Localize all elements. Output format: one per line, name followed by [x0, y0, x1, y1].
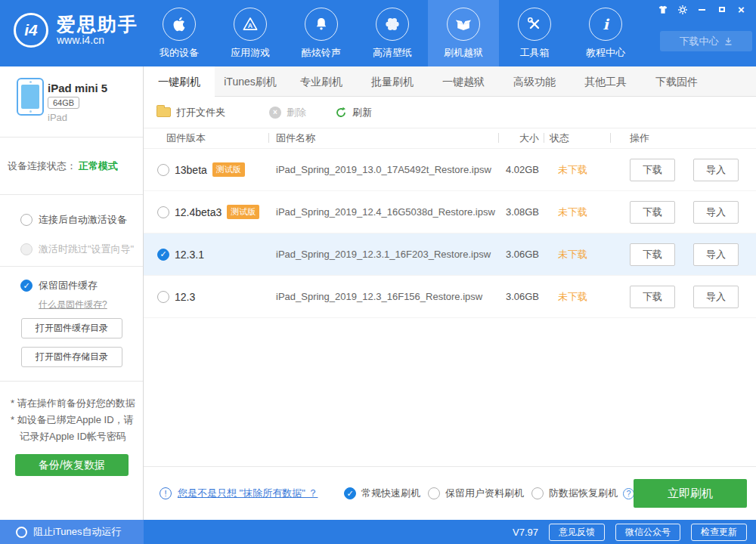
download-center-button[interactable]: 下载中心	[660, 31, 752, 51]
import-button[interactable]: 导入	[693, 201, 739, 224]
activation-options-section: 连接后自动激活设备 激活时跳过"设置向导"	[0, 195, 143, 267]
column-divider	[268, 133, 269, 143]
firmware-row[interactable]: 13beta 测试版 iPad_Spring_2019_13.0_17A5492…	[144, 149, 756, 191]
wechat-button[interactable]: 微信公众号	[615, 524, 680, 541]
connection-label: 设备连接状态：	[8, 159, 76, 173]
col-size: 大小	[498, 131, 544, 145]
mode-secure-radio[interactable]	[531, 487, 544, 499]
beta-badge: 测试版	[212, 162, 245, 177]
firmware-select-radio[interactable]	[157, 164, 169, 176]
refresh-button[interactable]: 刷新	[335, 106, 372, 119]
feedback-button[interactable]: 意见反馈	[549, 524, 605, 541]
tab-other-tools[interactable]: 其他工具	[570, 66, 641, 97]
col-firmware-version: 固件版本	[144, 131, 268, 145]
firmware-row[interactable]: 12.4beta3 测试版 iPad_Spring_2019_12.4_16G5…	[144, 191, 756, 233]
firmware-status: 未下载	[544, 206, 610, 219]
minimize-button[interactable]	[696, 4, 708, 15]
open-folder-button[interactable]: 打开文件夹	[156, 106, 225, 119]
backup-restore-button[interactable]: 备份/恢复数据	[15, 454, 129, 476]
close-button[interactable]: ×	[736, 4, 747, 15]
nav-wallpapers[interactable]: 高清壁纸	[357, 0, 428, 66]
firmware-select-radio[interactable]	[157, 206, 169, 218]
check-update-button[interactable]: 检查更新	[691, 524, 747, 541]
firmware-cache-section: 保留固件缓存 什么是固件缓存? 打开固件缓存目录 打开固件存储目录	[0, 267, 143, 382]
firmware-status: 未下载	[544, 248, 610, 261]
download-button[interactable]: 下载	[630, 159, 675, 181]
nav-label: 高清壁纸	[373, 46, 412, 60]
delete-button[interactable]: × 删除	[269, 106, 306, 119]
app-header: i4 爱思助手 www.i4.cn 我的设备 A 应用游戏 酷炫铃声	[0, 0, 756, 66]
tab-itunes-flash[interactable]: iTunes刷机	[215, 66, 286, 97]
mode-fast-flash[interactable]: 常规快速刷机	[344, 487, 420, 500]
download-button[interactable]: 下载	[630, 243, 675, 266]
firmware-toolbar: 打开文件夹 × 删除 刷新	[144, 97, 756, 128]
maximize-button[interactable]	[716, 4, 727, 15]
tab-one-click-jailbreak[interactable]: 一键越狱	[428, 66, 499, 97]
flash-mode-options: 常规快速刷机 保留用户资料刷机 防数据恢复刷机 ?	[344, 487, 634, 500]
firmware-name: iPad_Spring_2019_12.4_16G5038d_Restore.i…	[268, 206, 498, 218]
device-capacity-badge: 64GB	[48, 97, 79, 109]
download-button[interactable]: 下载	[630, 201, 675, 224]
nav-ringtones[interactable]: 酷炫铃声	[286, 0, 357, 66]
what-is-cache-link[interactable]: 什么是固件缓存?	[39, 298, 107, 311]
nav-toolbox[interactable]: 工具箱	[499, 0, 570, 66]
skin-theme-icon[interactable]	[657, 4, 668, 15]
appstore-icon: A	[234, 8, 267, 41]
tab-pro-flash[interactable]: 专业刷机	[286, 66, 357, 97]
import-button[interactable]: 导入	[693, 286, 739, 308]
import-button[interactable]: 导入	[693, 243, 739, 266]
nav-apps-games[interactable]: A 应用游戏	[215, 0, 286, 66]
connection-status: 正常模式	[79, 159, 118, 173]
auto-activate-option[interactable]: 连接后自动激活设备	[20, 213, 143, 227]
backup-note-3: 记录好Apple ID帐号密码	[20, 430, 126, 444]
auto-activate-radio[interactable]	[20, 214, 33, 226]
skip-wizard-label: 激活时跳过"设置向导"	[39, 243, 134, 256]
main-panel: 一键刷机 iTunes刷机 专业刷机 批量刷机 一键越狱 高级功能 其他工具 下…	[144, 66, 756, 520]
backup-note-2: * 如设备已绑定Apple ID，请	[11, 413, 134, 427]
firmware-table-header: 固件版本 固件名称 大小 状态 操作	[144, 128, 756, 149]
tab-download-firmware[interactable]: 下载固件	[641, 66, 712, 97]
app-logo: i4 爱思助手 www.i4.cn	[14, 13, 138, 48]
block-itunes-radio[interactable]	[16, 527, 27, 538]
firmware-row[interactable]: 12.3 iPad_Spring_2019_12.3_16F156_Restor…	[144, 276, 756, 318]
mode-secure-label: 防数据恢复刷机	[549, 487, 618, 500]
mode-anti-recovery-flash[interactable]: 防数据恢复刷机	[531, 487, 618, 500]
mode-keep-data-flash[interactable]: 保留用户资料刷机	[428, 487, 524, 500]
keep-cache-checkbox[interactable]	[20, 280, 33, 292]
help-icon[interactable]: ?	[623, 488, 634, 499]
nav-tutorials[interactable]: i 教程中心	[570, 0, 641, 66]
block-itunes-toggle[interactable]: 阻止iTunes自动运行	[0, 520, 144, 544]
flash-now-button[interactable]: 立即刷机	[634, 479, 747, 508]
keep-cache-option[interactable]: 保留固件缓存	[20, 279, 98, 292]
skip-wizard-radio	[20, 243, 33, 255]
firmware-version: 13beta	[175, 164, 207, 176]
firmware-status: 未下载	[544, 163, 610, 177]
mode-fast-label: 常规快速刷机	[361, 487, 420, 500]
tab-advanced[interactable]: 高级功能	[499, 66, 570, 97]
firmware-row-selected[interactable]: 12.3.1 iPad_Spring_2019_12.3.1_16F203_Re…	[144, 233, 756, 276]
bell-icon	[305, 8, 338, 41]
erase-all-data-link[interactable]: ! 您是不是只想 "抹除所有数据" ？	[160, 487, 318, 500]
settings-gear-icon[interactable]	[677, 4, 688, 15]
col-firmware-name: 固件名称	[268, 131, 498, 145]
import-button[interactable]: 导入	[693, 159, 739, 181]
mode-fast-radio[interactable]	[344, 487, 356, 499]
download-button[interactable]: 下载	[630, 286, 675, 308]
mode-keep-radio[interactable]	[428, 487, 440, 499]
device-name: iPad mini 5	[48, 82, 107, 94]
column-divider	[498, 133, 499, 143]
backup-note-1: * 请在操作前备份好您的数据	[11, 397, 135, 410]
tab-batch-flash[interactable]: 批量刷机	[357, 66, 428, 97]
firmware-select-radio[interactable]	[157, 291, 169, 303]
open-storage-dir-button[interactable]: 打开固件存储目录	[21, 347, 122, 367]
tab-one-click-flash[interactable]: 一键刷机	[144, 66, 215, 97]
firmware-select-radio[interactable]	[157, 249, 169, 261]
open-folder-label: 打开文件夹	[176, 106, 225, 119]
nav-my-devices[interactable]: 我的设备	[144, 0, 215, 66]
firmware-version: 12.3	[175, 291, 195, 303]
open-cache-dir-button[interactable]: 打开固件缓存目录	[21, 318, 122, 338]
apple-icon	[163, 8, 196, 41]
app-title: 爱思助手	[57, 14, 138, 34]
connection-status-section: 设备连接状态： 正常模式	[0, 138, 143, 195]
nav-flash-jailbreak[interactable]: 刷机越狱	[428, 0, 499, 66]
